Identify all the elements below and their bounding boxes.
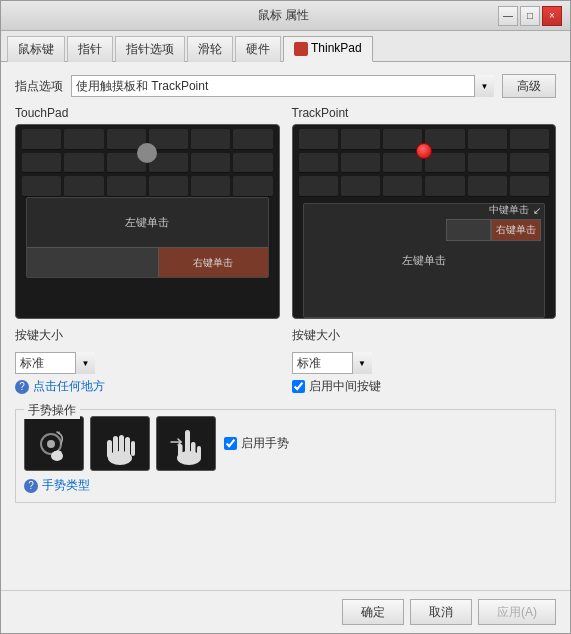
panels-row: TouchPad [15,106,556,395]
main-window: 鼠标 属性 — □ × 鼠标键 指针 指针选项 滑轮 硬件 ThinkPad [0,0,571,634]
touchpad-keyboard [22,129,273,197]
key [191,153,230,174]
tab-mouse-keys[interactable]: 鼠标键 [7,36,65,62]
trackpoint-middle-area: 中键单击 ↙ 右键单击 [303,197,546,252]
pointer-options-row: 指点选项 使用触摸板和 TrackPoint 仅使用触摸板 仅使用 TrackP… [15,74,556,98]
key [233,129,272,150]
bottom-bar: 确定 取消 应用(A) [1,590,570,633]
svg-rect-14 [191,442,196,458]
key [510,153,549,174]
trackpoint-size-row: 按键大小 [292,327,557,344]
key [299,176,338,197]
key [468,129,507,150]
svg-rect-10 [125,437,130,458]
trackpoint-size-select[interactable]: 标准 大 特大 [292,352,372,374]
gesture-section: 手势操作 [15,409,556,503]
svg-rect-3 [54,451,57,459]
svg-rect-5 [59,451,62,459]
svg-rect-8 [113,436,118,458]
key [341,129,380,150]
trackpoint-right-label: 右键单击 [496,223,536,237]
touchpad-right-button[interactable]: 右键单击 [159,247,267,277]
touchpad-hint-row: ? 点击任何地方 [15,378,280,395]
middle-right-btn-row: 右键单击 [446,219,541,241]
svg-rect-11 [131,441,135,456]
cancel-button[interactable]: 取消 [410,599,472,625]
touchpad-buttons: 右键单击 [27,247,268,277]
tab-bar: 鼠标键 指针 指针选项 滑轮 硬件 ThinkPad [1,31,570,62]
key [233,153,272,174]
touchpad-visual: 左键单击 右键单击 [15,124,280,319]
key [22,176,61,197]
enable-middle-row: 启用中间按键 [292,378,557,395]
touchpad-left-button[interactable] [27,247,159,277]
pointer-options-label: 指点选项 [15,78,63,95]
trackpoint-left-label: 左键单击 [402,253,446,268]
enable-middle-label: 启用中间按键 [309,378,381,395]
close-button[interactable]: × [542,6,562,26]
middle-label-row: 中键单击 ↙ [489,203,541,217]
key [510,129,549,150]
trackpoint-buttons-area: 中键单击 ↙ 右键单击 [303,197,546,318]
key [425,176,464,197]
touchpad-hint-icon: ? [15,380,29,394]
svg-rect-15 [178,444,183,459]
key [191,129,230,150]
ok-button[interactable]: 确定 [342,599,404,625]
thinkpad-tab-icon [294,42,308,56]
gesture-hint-row: ? 手势类型 [24,477,547,494]
gesture-icon-multi [90,416,150,471]
key [425,153,464,174]
trackpoint-size-dropdown: 标准 大 特大 ▼ [292,352,372,374]
swipe-gesture-svg [161,420,211,468]
middle-right-row: 中键单击 ↙ 右键单击 [303,197,546,241]
tab-pointer-options[interactable]: 指针选项 [115,36,185,62]
rotate-gesture-svg [29,420,79,468]
key [383,176,422,197]
trackpoint-size-select-row: 标准 大 特大 ▼ [292,352,557,374]
key [107,176,146,197]
enable-middle-checkbox[interactable] [292,380,305,393]
touchpad-size-select[interactable]: 标准 大 特大 [15,352,95,374]
enable-gesture-label: 启用手势 [241,435,289,452]
middle-right-buttons: 中键单击 ↙ 右键单击 [446,203,541,241]
svg-rect-16 [197,446,201,458]
key [191,176,230,197]
touchpad-size-row: 按键大小 [15,327,280,344]
trackpoint-middle-label: 中键单击 [489,203,529,217]
touchpad-size-dropdown: 标准 大 特大 ▼ [15,352,95,374]
tab-hardware[interactable]: 硬件 [235,36,281,62]
touchpad-size-label: 按键大小 [15,327,63,344]
tab-wheel[interactable]: 滑轮 [187,36,233,62]
maximize-button[interactable]: □ [520,6,540,26]
gesture-type-label[interactable]: 手势类型 [42,477,90,494]
gesture-icons-row [24,416,216,471]
tab-pointer[interactable]: 指针 [67,36,113,62]
gesture-section-title: 手势操作 [24,402,80,419]
svg-point-1 [47,440,55,448]
svg-rect-4 [57,450,60,459]
trackpoint-size-label: 按键大小 [292,327,340,344]
trackpoint-right-button[interactable]: 右键单击 [491,219,541,241]
key [468,153,507,174]
touchpad-title: TouchPad [15,106,280,120]
tab-thinkpad[interactable]: ThinkPad [283,36,373,62]
pointer-mode-select[interactable]: 使用触摸板和 TrackPoint 仅使用触摸板 仅使用 TrackPoint [71,75,494,97]
key [64,153,103,174]
svg-rect-13 [185,430,190,455]
key [64,176,103,197]
enable-gesture-checkbox[interactable] [224,437,237,450]
touchpad-hint-text[interactable]: 点击任何地方 [33,378,105,395]
pointer-mode-dropdown-wrapper: 使用触摸板和 TrackPoint 仅使用触摸板 仅使用 TrackPoint … [71,75,494,97]
svg-rect-7 [107,440,112,458]
touchpad-main-area: 左键单击 [27,198,268,247]
minimize-button[interactable]: — [498,6,518,26]
gesture-right-controls: 启用手势 [224,435,289,452]
key [341,153,380,174]
key [22,153,61,174]
content-area: 指点选项 使用触摸板和 TrackPoint 仅使用触摸板 仅使用 TrackP… [1,62,570,590]
multi-gesture-svg [95,420,145,468]
advanced-button[interactable]: 高级 [502,74,556,98]
apply-button[interactable]: 应用(A) [478,599,556,625]
trackpoint-middle-button[interactable] [446,219,491,241]
